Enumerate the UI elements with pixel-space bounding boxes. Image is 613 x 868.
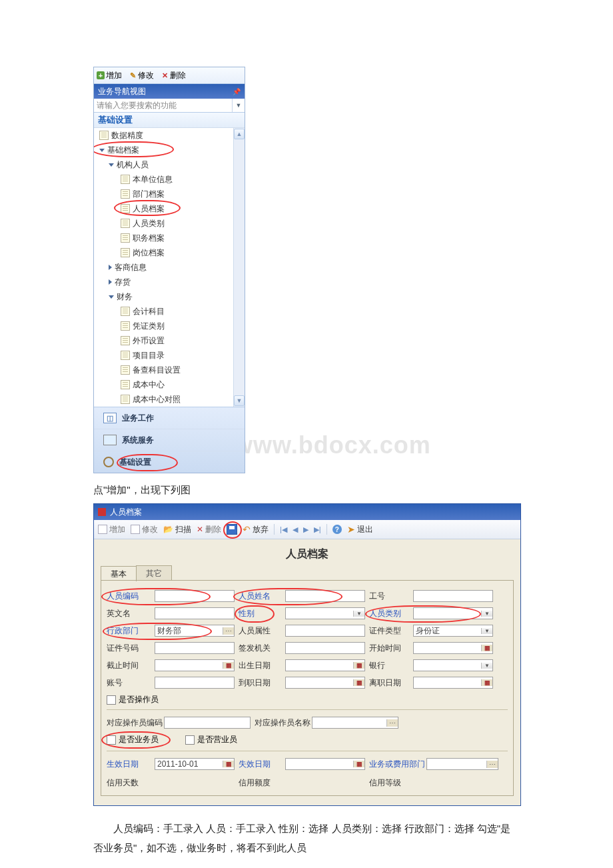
input-id-number[interactable]	[155, 642, 235, 654]
file-icon	[121, 395, 130, 404]
label-person-code: 人员编码	[107, 591, 151, 602]
file-icon	[121, 204, 130, 213]
toolbar-label: 放弃	[253, 524, 269, 535]
toolbar-add-button[interactable]: + 增加	[97, 70, 122, 81]
tree-item-org-personnel[interactable]: 机构人员	[94, 157, 233, 172]
tree-item-inventory[interactable]: 存货	[94, 275, 233, 289]
nav-first-icon[interactable]: |◀	[280, 525, 287, 534]
plus-icon: +	[97, 71, 105, 79]
nav-prev-icon[interactable]: ◀	[293, 525, 298, 534]
scroll-up-icon[interactable]: ▲	[234, 129, 245, 139]
input-issue-org[interactable]	[285, 642, 365, 654]
tree-item-audit-subject[interactable]: 备查科目设置	[94, 363, 233, 377]
highlight-circle	[223, 521, 242, 539]
date-expiry[interactable]: ▦	[285, 758, 365, 770]
date-birth[interactable]: ▦	[285, 659, 365, 671]
file-icon	[121, 336, 130, 345]
tree-item-cost-center[interactable]: 成本中心	[94, 377, 233, 392]
input-english-name[interactable]	[155, 607, 235, 619]
label-bank: 银行	[369, 660, 409, 671]
label-expiry-date: 失效日期	[239, 759, 281, 770]
toolbar-modify-button[interactable]: 修改	[131, 524, 158, 535]
select-person-type[interactable]: ▼	[413, 607, 493, 619]
tree-item-data-precision[interactable]: 数据精度	[94, 128, 233, 143]
tab-basic[interactable]: 基本	[101, 566, 137, 581]
toolbar-save-button[interactable]	[227, 524, 237, 535]
toolbar-discard-button[interactable]: ↶ 放弃	[243, 524, 269, 535]
search-dropdown-icon[interactable]: ▼	[232, 99, 245, 112]
tree-item-account-subject[interactable]: 会计科目	[94, 304, 233, 319]
checkbox-is-clerk[interactable]: 是否营业员	[185, 734, 237, 745]
toolbar-modify-label: 修改	[138, 70, 154, 81]
date-leave[interactable]: ▦	[413, 677, 493, 689]
tree-label: 基础档案	[107, 145, 139, 156]
nav-panel-screenshot: + 增加 ✎ 修改 ✕ 删除 业务导航视图 📌 请输入您要搜索的功能 ▼ 基础设…	[93, 67, 245, 473]
caret-right-icon	[109, 265, 112, 270]
tree-item-post-archive[interactable]: 岗位档案	[94, 245, 233, 260]
watermark-text: www.bdocx.com	[234, 431, 431, 459]
tree-item-person-type[interactable]: 人员类别	[94, 216, 233, 231]
nav-biz-work-button[interactable]: ◫ 业务工作	[94, 407, 245, 429]
nav-next-icon[interactable]: ▶	[303, 525, 308, 534]
tree-label: 凭证类别	[133, 321, 165, 332]
tree-item-vendor-info[interactable]: 客商信息	[94, 260, 233, 275]
file-icon	[121, 365, 130, 375]
select-gender[interactable]: ▼	[285, 607, 365, 619]
toolbar-modify-button[interactable]: ✎ 修改	[129, 70, 154, 81]
checkbox-is-operator[interactable]: 是否操作员	[107, 694, 508, 705]
nav-last-icon[interactable]: ▶|	[314, 525, 321, 534]
x-icon: ✕	[197, 525, 203, 534]
input-person-name[interactable]	[285, 590, 365, 602]
date-onboard[interactable]: ▦	[285, 677, 365, 689]
toolbar-delete-button[interactable]: ✕ 删除	[161, 70, 186, 81]
tree-item-company-info[interactable]: 本单位信息	[94, 172, 233, 187]
date-start-time[interactable]: ▦	[413, 642, 493, 654]
help-icon[interactable]: ?	[332, 525, 342, 534]
toolbar-add-button[interactable]: 增加	[98, 524, 125, 535]
input-person-attr[interactable]	[285, 625, 365, 637]
pin-icon[interactable]: 📌	[233, 88, 241, 95]
input-person-code[interactable]	[155, 590, 235, 602]
select-id-type[interactable]: 身份证 ▼	[413, 625, 493, 637]
tree-item-basic-archive[interactable]: 基础档案	[94, 143, 233, 157]
lookup-op-name[interactable]: ⋯	[312, 717, 398, 729]
label-gender: 性别	[239, 608, 281, 619]
tree-item-finance[interactable]: 财务	[94, 289, 233, 304]
input-op-code[interactable]	[164, 717, 251, 729]
scrollbar[interactable]: ▲ ▼	[233, 128, 245, 407]
pencil-icon: ✎	[129, 71, 137, 79]
scroll-down-icon[interactable]: ▼	[234, 395, 245, 406]
tree-item-project-catalog[interactable]: 项目目录	[94, 348, 233, 363]
date-end-time[interactable]: ▦	[155, 659, 235, 671]
label-end-time: 截止时间	[107, 660, 151, 671]
nav-basic-setting-button[interactable]: 基础设置 www.bdocx.com	[94, 451, 245, 473]
toolbar-exit-button[interactable]: ➤ 退出	[347, 524, 373, 535]
date-effective[interactable]: 2011-10-01 ▦	[155, 758, 235, 770]
tree-item-job-archive[interactable]: 职务档案	[94, 231, 233, 245]
toolbar-scan-button[interactable]: 📂 扫描	[163, 524, 191, 535]
input-work-no[interactable]	[413, 590, 493, 602]
label-onboard-date: 到职日期	[239, 677, 281, 689]
tree-item-person-archive[interactable]: 人员档案	[94, 201, 233, 216]
input-account[interactable]	[155, 677, 235, 689]
tree-item-cost-center-map[interactable]: 成本中心对照	[94, 392, 233, 407]
tree-label: 职务档案	[133, 233, 165, 244]
nav-search[interactable]: 请输入您要搜索的功能 ▼	[94, 99, 245, 113]
select-bank[interactable]: ▼	[413, 659, 493, 671]
lookup-biz-dept[interactable]: ⋯	[426, 758, 498, 770]
checkbox-is-salesman[interactable]: 是否业务员	[107, 734, 159, 745]
tree-item-foreign-currency[interactable]: 外币设置	[94, 333, 233, 348]
dropdown-icon: ▼	[481, 628, 492, 634]
tree-item-voucher-type[interactable]: 凭证类别	[94, 319, 233, 333]
toolbar-delete-button[interactable]: ✕ 删除	[197, 524, 221, 535]
lookup-icon: ⋯	[386, 719, 398, 727]
lookup-admin-dept[interactable]: 财务部 ⋯	[155, 625, 235, 637]
nav-sys-service-button[interactable]: 系统服务	[94, 429, 245, 451]
calendar-icon: ▦	[353, 679, 364, 686]
tree-label: 人员档案	[133, 203, 165, 215]
caption-text-2: 人员编码：手工录入 人员：手工录入 性别：选择 人员类别：选择 行政部门：选择 …	[93, 819, 520, 857]
tree-item-dept-archive[interactable]: 部门档案	[94, 187, 233, 201]
tab-other[interactable]: 其它	[136, 565, 172, 581]
label-work-no: 工号	[369, 591, 409, 602]
caret-down-icon	[99, 149, 105, 152]
